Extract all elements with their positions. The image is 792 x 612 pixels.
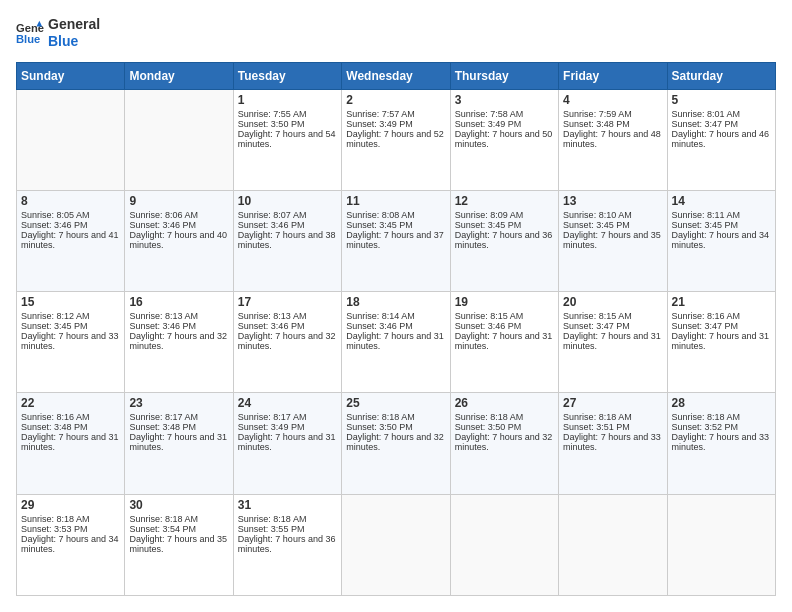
day-number: 29	[21, 498, 120, 512]
calendar-day-cell: 28Sunrise: 8:18 AMSunset: 3:52 PMDayligh…	[667, 393, 775, 494]
sunset-text: Sunset: 3:45 PM	[346, 220, 413, 230]
calendar-day-cell: 5Sunrise: 8:01 AMSunset: 3:47 PMDaylight…	[667, 89, 775, 190]
day-number: 3	[455, 93, 554, 107]
calendar-day-cell: 23Sunrise: 8:17 AMSunset: 3:48 PMDayligh…	[125, 393, 233, 494]
sunrise-text: Sunrise: 7:55 AM	[238, 109, 307, 119]
day-number: 28	[672, 396, 771, 410]
calendar-week-row: 22Sunrise: 8:16 AMSunset: 3:48 PMDayligh…	[17, 393, 776, 494]
sunrise-text: Sunrise: 8:13 AM	[238, 311, 307, 321]
daylight-text: Daylight: 7 hours and 33 minutes.	[563, 432, 661, 452]
logo-icon: General Blue	[16, 19, 44, 47]
calendar-week-row: 15Sunrise: 8:12 AMSunset: 3:45 PMDayligh…	[17, 292, 776, 393]
day-number: 5	[672, 93, 771, 107]
sunrise-text: Sunrise: 8:18 AM	[455, 412, 524, 422]
calendar-day-cell	[342, 494, 450, 595]
calendar-week-row: 1Sunrise: 7:55 AMSunset: 3:50 PMDaylight…	[17, 89, 776, 190]
sunrise-text: Sunrise: 8:18 AM	[672, 412, 741, 422]
calendar-week-row: 29Sunrise: 8:18 AMSunset: 3:53 PMDayligh…	[17, 494, 776, 595]
sunset-text: Sunset: 3:45 PM	[672, 220, 739, 230]
calendar-day-cell: 29Sunrise: 8:18 AMSunset: 3:53 PMDayligh…	[17, 494, 125, 595]
daylight-text: Daylight: 7 hours and 31 minutes.	[455, 331, 553, 351]
sunset-text: Sunset: 3:45 PM	[563, 220, 630, 230]
calendar-body: 1Sunrise: 7:55 AMSunset: 3:50 PMDaylight…	[17, 89, 776, 595]
sunset-text: Sunset: 3:47 PM	[672, 321, 739, 331]
page: General Blue General Blue SundayMondayTu…	[0, 0, 792, 612]
sunrise-text: Sunrise: 8:17 AM	[129, 412, 198, 422]
sunset-text: Sunset: 3:48 PM	[563, 119, 630, 129]
sunrise-text: Sunrise: 8:17 AM	[238, 412, 307, 422]
sunset-text: Sunset: 3:51 PM	[563, 422, 630, 432]
calendar-day-cell	[450, 494, 558, 595]
calendar-day-cell: 18Sunrise: 8:14 AMSunset: 3:46 PMDayligh…	[342, 292, 450, 393]
sunset-text: Sunset: 3:46 PM	[238, 220, 305, 230]
day-number: 30	[129, 498, 228, 512]
sunset-text: Sunset: 3:50 PM	[238, 119, 305, 129]
sunset-text: Sunset: 3:45 PM	[455, 220, 522, 230]
calendar-header-row: SundayMondayTuesdayWednesdayThursdayFrid…	[17, 62, 776, 89]
sunset-text: Sunset: 3:47 PM	[672, 119, 739, 129]
calendar-day-cell: 8Sunrise: 8:05 AMSunset: 3:46 PMDaylight…	[17, 190, 125, 291]
day-number: 22	[21, 396, 120, 410]
day-number: 25	[346, 396, 445, 410]
calendar-day-cell: 11Sunrise: 8:08 AMSunset: 3:45 PMDayligh…	[342, 190, 450, 291]
daylight-text: Daylight: 7 hours and 31 minutes.	[129, 432, 227, 452]
daylight-text: Daylight: 7 hours and 38 minutes.	[238, 230, 336, 250]
sunrise-text: Sunrise: 8:18 AM	[346, 412, 415, 422]
daylight-text: Daylight: 7 hours and 33 minutes.	[672, 432, 770, 452]
sunrise-text: Sunrise: 8:08 AM	[346, 210, 415, 220]
calendar-day-cell: 16Sunrise: 8:13 AMSunset: 3:46 PMDayligh…	[125, 292, 233, 393]
logo-text: General Blue	[48, 16, 100, 50]
sunset-text: Sunset: 3:47 PM	[563, 321, 630, 331]
calendar-day-cell: 22Sunrise: 8:16 AMSunset: 3:48 PMDayligh…	[17, 393, 125, 494]
day-number: 8	[21, 194, 120, 208]
calendar-day-cell: 1Sunrise: 7:55 AMSunset: 3:50 PMDaylight…	[233, 89, 341, 190]
calendar-day-cell: 12Sunrise: 8:09 AMSunset: 3:45 PMDayligh…	[450, 190, 558, 291]
calendar-day-cell: 4Sunrise: 7:59 AMSunset: 3:48 PMDaylight…	[559, 89, 667, 190]
sunrise-text: Sunrise: 7:58 AM	[455, 109, 524, 119]
calendar-day-cell: 30Sunrise: 8:18 AMSunset: 3:54 PMDayligh…	[125, 494, 233, 595]
calendar-header-cell: Friday	[559, 62, 667, 89]
daylight-text: Daylight: 7 hours and 33 minutes.	[21, 331, 119, 351]
day-number: 26	[455, 396, 554, 410]
daylight-text: Daylight: 7 hours and 37 minutes.	[346, 230, 444, 250]
day-number: 16	[129, 295, 228, 309]
sunrise-text: Sunrise: 8:15 AM	[563, 311, 632, 321]
daylight-text: Daylight: 7 hours and 40 minutes.	[129, 230, 227, 250]
sunset-text: Sunset: 3:46 PM	[346, 321, 413, 331]
daylight-text: Daylight: 7 hours and 34 minutes.	[672, 230, 770, 250]
day-number: 11	[346, 194, 445, 208]
sunset-text: Sunset: 3:50 PM	[455, 422, 522, 432]
daylight-text: Daylight: 7 hours and 31 minutes.	[672, 331, 770, 351]
calendar-header-cell: Sunday	[17, 62, 125, 89]
daylight-text: Daylight: 7 hours and 46 minutes.	[672, 129, 770, 149]
daylight-text: Daylight: 7 hours and 36 minutes.	[455, 230, 553, 250]
sunrise-text: Sunrise: 8:10 AM	[563, 210, 632, 220]
calendar-day-cell: 9Sunrise: 8:06 AMSunset: 3:46 PMDaylight…	[125, 190, 233, 291]
sunrise-text: Sunrise: 8:11 AM	[672, 210, 741, 220]
calendar-header-cell: Thursday	[450, 62, 558, 89]
day-number: 24	[238, 396, 337, 410]
daylight-text: Daylight: 7 hours and 31 minutes.	[346, 331, 444, 351]
day-number: 21	[672, 295, 771, 309]
sunrise-text: Sunrise: 7:57 AM	[346, 109, 415, 119]
calendar-day-cell: 17Sunrise: 8:13 AMSunset: 3:46 PMDayligh…	[233, 292, 341, 393]
day-number: 18	[346, 295, 445, 309]
sunset-text: Sunset: 3:49 PM	[346, 119, 413, 129]
daylight-text: Daylight: 7 hours and 48 minutes.	[563, 129, 661, 149]
calendar-day-cell: 19Sunrise: 8:15 AMSunset: 3:46 PMDayligh…	[450, 292, 558, 393]
sunrise-text: Sunrise: 8:07 AM	[238, 210, 307, 220]
calendar-day-cell: 15Sunrise: 8:12 AMSunset: 3:45 PMDayligh…	[17, 292, 125, 393]
calendar-day-cell: 10Sunrise: 8:07 AMSunset: 3:46 PMDayligh…	[233, 190, 341, 291]
daylight-text: Daylight: 7 hours and 32 minutes.	[346, 432, 444, 452]
sunrise-text: Sunrise: 8:18 AM	[238, 514, 307, 524]
svg-text:Blue: Blue	[16, 33, 40, 45]
calendar-day-cell: 2Sunrise: 7:57 AMSunset: 3:49 PMDaylight…	[342, 89, 450, 190]
daylight-text: Daylight: 7 hours and 31 minutes.	[563, 331, 661, 351]
calendar-day-cell: 31Sunrise: 8:18 AMSunset: 3:55 PMDayligh…	[233, 494, 341, 595]
sunset-text: Sunset: 3:54 PM	[129, 524, 196, 534]
day-number: 2	[346, 93, 445, 107]
sunrise-text: Sunrise: 8:16 AM	[21, 412, 90, 422]
sunrise-text: Sunrise: 8:06 AM	[129, 210, 198, 220]
sunrise-text: Sunrise: 8:18 AM	[21, 514, 90, 524]
calendar-header-cell: Monday	[125, 62, 233, 89]
